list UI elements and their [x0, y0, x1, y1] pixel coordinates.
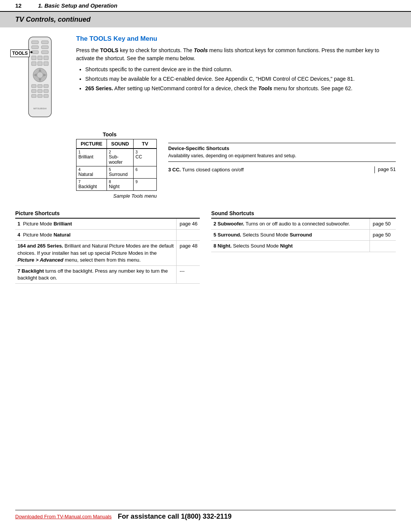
- tools-menu-label: Tools: [103, 131, 116, 137]
- svg-rect-4: [41, 46, 48, 49]
- bullet-item-3: 265 Series. After setting up NetCommand …: [85, 85, 396, 93]
- svg-rect-26: [44, 89, 48, 93]
- svg-rect-25: [38, 89, 42, 93]
- device-shortcuts-section: Device-Specific Shortcuts Availability v…: [168, 143, 396, 173]
- cell-9-empty: 9: [134, 178, 156, 190]
- svg-rect-27: [32, 94, 36, 97]
- col-tv: TV: [134, 139, 156, 148]
- table-row: 4 Picture Mode Natural: [15, 230, 200, 241]
- svg-rect-13: [38, 62, 42, 66]
- col-picture: PICTURE: [76, 139, 107, 148]
- svg-rect-12: [32, 62, 36, 66]
- cell-5-surround: 5 Surround: [107, 166, 134, 178]
- table-row: 7 Backlight turns off the backlight. Pre…: [15, 265, 200, 283]
- snd-row2-desc: 5 Surround. Selects Sound Mode Surround: [211, 230, 370, 241]
- cell-1-brilliant: 1 Brilliant: [76, 149, 107, 166]
- page-footer: Downloaded From TV-Manual.com Manuals Fo…: [15, 510, 396, 521]
- svg-rect-11: [44, 56, 48, 60]
- snd-row2-page: page 50: [370, 230, 396, 241]
- sound-shortcuts-section: Sound Shortcuts 2 Subwoofer. Turns on or…: [211, 210, 396, 284]
- svg-rect-22: [38, 85, 42, 88]
- bullet-item-1: Shortcuts specific to the current device…: [85, 66, 396, 73]
- picture-shortcuts-heading: Picture Shortcuts: [15, 210, 200, 219]
- cc-row: 3 CC. Turns closed captions on/off page …: [168, 165, 396, 173]
- tools-paragraph1: Press the TOOLS key to check for shortcu…: [76, 46, 396, 62]
- table-row: 2 Subwoofer. Turns on or off audio to a …: [211, 219, 396, 230]
- pic-row4-desc: 7 Backlight turns off the backlight. Pre…: [15, 265, 177, 283]
- svg-rect-28: [38, 94, 42, 97]
- cell-8-night: 8 Night: [107, 178, 134, 190]
- cell-2-subwoofer: 2 Sub-woofer: [107, 149, 134, 166]
- cc-text: 3 CC. Turns closed captions on/off: [168, 166, 371, 173]
- pic-row1-desc: 1 Picture Mode Brilliant: [15, 219, 177, 230]
- page-number: 12: [15, 2, 38, 9]
- tools-diagram-section: Tools PICTURE SOUND TV 1 Bril: [15, 131, 396, 199]
- svg-rect-10: [38, 56, 42, 60]
- table-row: 1 Picture Mode Brilliant page 46: [15, 219, 200, 230]
- tools-text-area: The TOOLS Key and Menu Press the TOOLS k…: [76, 35, 396, 120]
- sound-shortcuts-heading: Sound Shortcuts: [211, 210, 396, 219]
- cell-3-cc: 3 CC: [134, 149, 156, 166]
- svg-rect-29: [44, 94, 48, 97]
- main-content: TOOLS: [0, 35, 411, 284]
- svg-rect-24: [32, 89, 36, 93]
- shortcuts-row: Picture Shortcuts 1 Picture Mode Brillia…: [15, 210, 396, 284]
- svg-rect-2: [41, 41, 48, 44]
- snd-row1-page: page 50: [370, 219, 396, 230]
- tools-grid-row-1: 1 Brilliant 2 Sub-woofer 3 CC: [76, 149, 156, 166]
- svg-rect-3: [32, 46, 38, 49]
- tools-grid-header: PICTURE SOUND TV: [76, 139, 156, 149]
- pic-row3-page: page 48: [177, 241, 200, 266]
- svg-rect-21: [32, 85, 36, 88]
- bullet-item-2: Shortcuts may be available for a CEC-ena…: [85, 75, 396, 83]
- table-row: 164 and 265 Series. Brilliant and Natura…: [15, 241, 200, 266]
- page-container: 12 1. Basic Setup and Operation TV Contr…: [0, 0, 411, 532]
- tools-grid-row-2: 4 Natural 5 Surround 6: [76, 166, 156, 178]
- device-shortcuts-title: Device-Specific Shortcuts: [168, 145, 396, 151]
- col-sound: SOUND: [107, 139, 134, 148]
- remote-image-area: TOOLS: [15, 35, 65, 120]
- tools-key-heading: The TOOLS Key and Menu: [76, 35, 396, 43]
- pic-row1-page: page 46: [177, 219, 200, 230]
- sound-shortcuts-table: 2 Subwoofer. Turns on or off audio to a …: [211, 219, 396, 252]
- footer-phone: For assistance call 1(800) 332-2119: [118, 513, 231, 521]
- chapter-title: 1. Basic Setup and Operation: [38, 2, 117, 9]
- snd-row1-desc: 2 Subwoofer. Turns on or off audio to a …: [211, 219, 370, 230]
- table-row: 5 Surround. Selects Sound Mode Surround …: [211, 230, 396, 241]
- cell-7-backlight: 7 Backlight: [76, 178, 107, 190]
- tools-grid-row-3: 7 Backlight 8 Night 9: [76, 178, 156, 190]
- svg-rect-1: [32, 41, 38, 44]
- tools-key-section: TOOLS: [15, 35, 396, 120]
- cell-4-natural: 4 Natural: [76, 166, 107, 178]
- cc-page: page 51: [374, 166, 396, 173]
- pic-row2-page: [177, 230, 200, 241]
- svg-rect-9: [32, 56, 36, 60]
- svg-point-16: [37, 72, 43, 78]
- svg-rect-23: [44, 85, 48, 88]
- cell-6-empty: 6: [134, 166, 156, 178]
- pic-row4-page: ---: [177, 265, 200, 283]
- tools-bullet-list: Shortcuts specific to the current device…: [76, 66, 396, 93]
- svg-rect-6: [41, 51, 48, 54]
- tools-key-label: TOOLS: [10, 50, 30, 57]
- device-shortcuts-desc: Availability varies, depending on equipm…: [168, 153, 396, 162]
- snd-row3-desc: 8 Night. Selects Sound Mode Night: [211, 241, 370, 252]
- svg-text:MITSUBISHI: MITSUBISHI: [33, 107, 47, 110]
- footer-link[interactable]: Downloaded From TV-Manual.com Manuals: [15, 514, 112, 519]
- table-row: 8 Night. Selects Sound Mode Night: [211, 241, 396, 252]
- tools-menu-container: Tools PICTURE SOUND TV 1 Bril: [76, 131, 157, 199]
- pic-row3-desc: 164 and 265 Series. Brilliant and Natura…: [15, 241, 177, 266]
- section-title: TV Controls, continued: [15, 16, 396, 24]
- remote-image: MITSUBISHI: [21, 35, 59, 119]
- tools-grid: PICTURE SOUND TV 1 Brilliant 2: [76, 139, 157, 191]
- svg-rect-14: [44, 62, 48, 66]
- picture-shortcuts-section: Picture Shortcuts 1 Picture Mode Brillia…: [15, 210, 200, 284]
- section-title-bar: TV Controls, continued: [0, 12, 411, 27]
- page-header: 12 1. Basic Setup and Operation: [0, 0, 411, 12]
- picture-shortcuts-table: 1 Picture Mode Brilliant page 46 4 Pictu…: [15, 219, 200, 284]
- snd-row3-page: [370, 241, 396, 252]
- pic-row2-desc: 4 Picture Mode Natural: [15, 230, 177, 241]
- sample-tools-label: Sample Tools menu: [113, 193, 157, 199]
